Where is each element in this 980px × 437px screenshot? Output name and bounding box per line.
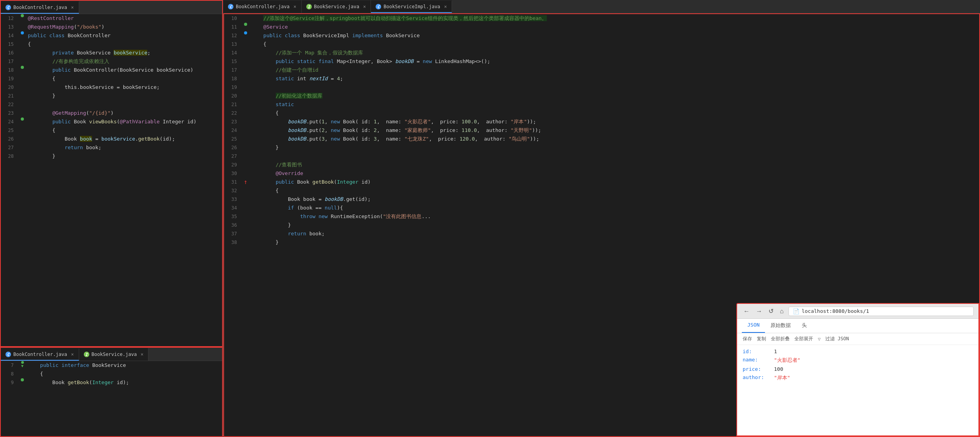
- tab-book-controller-bottom[interactable]: C BookController.java ×: [1, 348, 79, 361]
- browser-url-bar[interactable]: 📄 localhost:8080/books/1: [788, 307, 974, 316]
- action-collapse[interactable]: 全部折叠: [771, 336, 790, 342]
- right-line-29: 29 //查看图书: [224, 161, 979, 169]
- json-row-id: id: 1: [743, 347, 973, 356]
- browser-home-btn[interactable]: ⌂: [778, 307, 785, 316]
- code-line-8: 8 {: [1, 370, 222, 378]
- tab-icon-c2: C: [5, 352, 11, 357]
- tab-right-service[interactable]: I BookService.java ×: [302, 0, 371, 13]
- right-main: 10 //添加这个@Service注解，springboot就可以自动扫描这个S…: [223, 13, 980, 437]
- tab-icon-right-i: I: [306, 4, 312, 9]
- action-save[interactable]: 保存: [743, 336, 752, 342]
- browser-refresh-btn[interactable]: ↺: [767, 307, 775, 316]
- code-line-16: 16 private BookService bookService;: [1, 49, 222, 57]
- top-left-code-area[interactable]: 12 @RestController 13 @RequestMapping("/…: [1, 14, 222, 346]
- tab-close-svc[interactable]: ×: [141, 352, 143, 357]
- tab-icon-c: C: [5, 5, 11, 10]
- right-line-12: 12 public class BookServiceImpl implemen…: [224, 31, 979, 40]
- json-val-author: "岸本": [774, 374, 790, 381]
- code-line-14: 14 public class BookController: [1, 31, 222, 40]
- code-line-13: 13 @RequestMapping("/books"): [1, 23, 222, 31]
- tab-label-svc: BookService.java: [92, 352, 137, 357]
- left-panel: C BookController.java × 12 @RestControll…: [0, 0, 223, 437]
- code-line-24: 24 public Book viewBooks(@PathVariable I…: [1, 117, 222, 126]
- right-line-25: 25 bookDB.put(3, new Book( id: 3, name: …: [224, 135, 979, 143]
- tab-book-controller-top[interactable]: C BookController.java ×: [1, 1, 79, 14]
- tab-icon-right-impl: C: [376, 4, 381, 9]
- code-line-27: 27 return book;: [1, 143, 222, 152]
- right-tab-bar: C BookController.java × I BookService.ja…: [223, 0, 980, 13]
- url-file-icon: 📄: [793, 308, 799, 314]
- tab-close-ctrl[interactable]: ×: [71, 352, 74, 357]
- json-key-author: author:: [743, 374, 766, 381]
- right-line-15: 15 public static final Map<Integer, Book…: [224, 57, 979, 66]
- browser-actions-bar: 保存 复制 全部折叠 全部展开 ▽ 过滤 JSON: [737, 333, 978, 345]
- right-line-14: 14 //添加一个 Map 集合，假设为数据库: [224, 49, 979, 57]
- json-val-price: 100: [774, 366, 783, 372]
- code-line-17: 17 //有参构造完成依赖注入: [1, 57, 222, 66]
- browser-tab-raw[interactable]: 原始数据: [765, 319, 796, 333]
- tab-label-right-svc: BookService.java: [314, 4, 360, 9]
- browser-toolbar: ← → ↺ ⌂ 📄 localhost:8080/books/1: [737, 304, 978, 319]
- browser-window: ← → ↺ ⌂ 📄 localhost:8080/books/1 JSON 原始…: [736, 303, 979, 436]
- code-line-12: 12 @RestController: [1, 14, 222, 23]
- json-row-price: price: 100: [743, 365, 973, 373]
- browser-nav-tabs: JSON 原始数据 头: [737, 319, 978, 333]
- code-line-21: 21 }: [1, 92, 222, 100]
- bottom-left-tab-bar: C BookController.java × I BookService.ja…: [1, 348, 222, 361]
- filter-icon: ▽: [818, 336, 821, 342]
- right-line-33: 33 Book book = bookDB.get(id);: [224, 195, 979, 204]
- code-line-25: 25 {: [1, 126, 222, 135]
- right-line-20: 20 //初始化这个数据库: [224, 92, 979, 100]
- bottom-left-code-area[interactable]: 7 ▼ public interface BookService 8 { 9 B…: [1, 361, 222, 436]
- code-line-18: 18 public BookController(BookService boo…: [1, 66, 222, 74]
- code-line-7: 7 ▼ public interface BookService: [1, 361, 222, 370]
- bottom-left-editor: C BookController.java × I BookService.ja…: [0, 347, 223, 437]
- tab-label: BookController.java: [13, 5, 67, 10]
- top-left-tab-bar: C BookController.java ×: [1, 1, 222, 14]
- code-line-9: 9 Book getBook(Integer id);: [1, 378, 222, 387]
- right-line-24: 24 bookDB.put(2, new Book( id: 2, name: …: [224, 126, 979, 135]
- tab-right-controller[interactable]: C BookController.java ×: [223, 0, 302, 13]
- right-line-34: 34 if (book == null){: [224, 204, 979, 212]
- browser-tab-headers[interactable]: 头: [796, 319, 812, 333]
- tab-right-impl[interactable]: C BookServiceImpl.java ×: [371, 0, 452, 13]
- right-line-27: 27: [224, 152, 979, 161]
- right-line-26: 26 }: [224, 143, 979, 152]
- right-line-35: 35 throw new RuntimeException("没有此图书信息..…: [224, 212, 979, 221]
- json-key-name: name:: [743, 357, 766, 364]
- code-line-23: 23 @GetMapping("/{id}"): [1, 109, 222, 117]
- code-line-22: 22: [1, 100, 222, 109]
- tab-close[interactable]: ×: [71, 5, 74, 10]
- right-line-23: 23 bookDB.put(1, new Book( id: 1, name: …: [224, 117, 979, 126]
- browser-forward-btn[interactable]: →: [754, 307, 764, 316]
- json-key-id: id:: [743, 349, 766, 354]
- right-line-22: 22 {: [224, 109, 979, 117]
- action-expand[interactable]: 全部展开: [794, 336, 813, 342]
- code-line-15: 15 {: [1, 40, 222, 49]
- tab-label-right-ctrl: BookController.java: [236, 4, 289, 9]
- code-line-19: 19 {: [1, 74, 222, 83]
- tab-icon-right-c: C: [228, 4, 233, 9]
- right-line-30: 30 @Override: [224, 169, 979, 178]
- action-filter[interactable]: 过滤 JSON: [825, 336, 849, 342]
- right-line-18: 18 static int nextId = 4;: [224, 74, 979, 83]
- right-panel: C BookController.java × I BookService.ja…: [223, 0, 980, 437]
- right-line-11: 11 @Service: [224, 23, 979, 31]
- tab-label-ctrl: BookController.java: [13, 352, 67, 357]
- tab-icon-i: I: [84, 352, 89, 357]
- json-row-name: name: "火影忍者": [743, 356, 973, 365]
- browser-back-btn[interactable]: ←: [742, 307, 751, 316]
- right-line-31: 31 ↑ public Book getBook(Integer id): [224, 178, 979, 186]
- json-val-name: "火影忍者": [774, 357, 801, 364]
- right-line-36: 36 }: [224, 221, 979, 229]
- right-line-10: 10 //添加这个@Service注解，springboot就可以自动扫描这个S…: [224, 14, 979, 23]
- action-copy[interactable]: 复制: [757, 336, 766, 342]
- tab-book-service[interactable]: I BookService.java ×: [79, 348, 149, 361]
- browser-tab-json[interactable]: JSON: [742, 319, 765, 333]
- top-left-editor: C BookController.java × 12 @RestControll…: [0, 0, 223, 347]
- code-line-28: 28 }: [1, 152, 222, 161]
- right-line-21: 21 static: [224, 100, 979, 109]
- json-content: id: 1 name: "火影忍者" price: 100 author: "岸…: [737, 345, 978, 385]
- json-val-id: 1: [774, 349, 777, 354]
- json-key-price: price:: [743, 366, 766, 372]
